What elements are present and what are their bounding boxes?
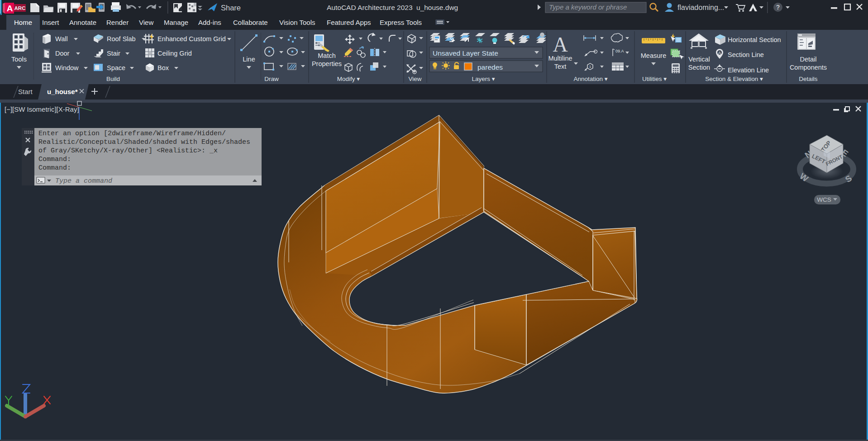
svg-text:Layers ▾: Layers ▾ xyxy=(472,76,495,82)
svg-text:Wall: Wall xyxy=(55,35,68,43)
svg-text:Section: Section xyxy=(688,64,710,71)
svg-text:Vertical: Vertical xyxy=(688,56,710,63)
svg-text:Horizontal Section: Horizontal Section xyxy=(728,36,781,43)
svg-text:Ceiling Grid: Ceiling Grid xyxy=(157,50,192,57)
svg-text:Unsaved Layer State: Unsaved Layer State xyxy=(433,49,498,57)
svg-text:u_house*: u_house* xyxy=(47,88,78,95)
svg-text:Tools: Tools xyxy=(11,56,27,63)
svg-text:Start: Start xyxy=(18,88,33,95)
svg-text:flaviadoming...: flaviadoming... xyxy=(677,4,724,11)
svg-text:paredes: paredes xyxy=(477,63,503,71)
svg-text:Space: Space xyxy=(107,64,125,71)
svg-text:Type a keyword or phrase: Type a keyword or phrase xyxy=(549,3,627,11)
svg-text:Details: Details xyxy=(799,76,818,82)
svg-text:?: ? xyxy=(776,4,780,11)
svg-text:Door: Door xyxy=(55,50,70,57)
svg-text:Match: Match xyxy=(318,52,336,59)
svg-text:Measure: Measure xyxy=(641,52,666,59)
svg-text:ARC: ARC xyxy=(14,5,26,11)
svg-text:View: View xyxy=(408,76,421,82)
svg-text:Elevation Line: Elevation Line xyxy=(728,66,769,74)
svg-text:Share: Share xyxy=(221,4,241,12)
svg-text:Roof Slab: Roof Slab xyxy=(107,35,136,43)
svg-text:AutoCAD Architecture 2023: AutoCAD Architecture 2023 xyxy=(327,4,413,11)
svg-text:Modify ▾: Modify ▾ xyxy=(337,76,360,82)
svg-text:A: A xyxy=(718,51,721,55)
svg-text:Window: Window xyxy=(55,64,79,71)
svg-text:Build: Build xyxy=(106,76,120,82)
svg-text:Type a command: Type a command xyxy=(55,177,112,185)
svg-text:Detail: Detail xyxy=(800,56,816,63)
svg-text:09.A: 09.A xyxy=(615,49,624,53)
svg-text:Text: Text xyxy=(554,63,567,70)
svg-text:Section Line: Section Line xyxy=(728,51,764,58)
svg-text:Annotation ▾: Annotation ▾ xyxy=(573,76,607,82)
svg-text:A: A xyxy=(553,33,568,56)
svg-text:u_house.dwg: u_house.dwg xyxy=(416,4,458,11)
svg-text:A: A xyxy=(7,4,13,13)
svg-text:Multiline: Multiline xyxy=(548,55,572,62)
svg-text:1: 1 xyxy=(589,65,591,69)
svg-text:Enhanced Custom Grid: Enhanced Custom Grid xyxy=(157,35,226,43)
svg-text:Line: Line xyxy=(243,56,255,63)
svg-text:Properties: Properties xyxy=(312,60,342,67)
svg-text:Box: Box xyxy=(157,64,169,71)
svg-text:Draw: Draw xyxy=(264,76,279,82)
svg-text:Stair: Stair xyxy=(107,50,120,57)
svg-text:Components: Components xyxy=(790,64,827,71)
svg-text:Utilities ▾: Utilities ▾ xyxy=(642,76,667,82)
svg-text:Section & Elevation ▾: Section & Elevation ▾ xyxy=(705,76,763,82)
